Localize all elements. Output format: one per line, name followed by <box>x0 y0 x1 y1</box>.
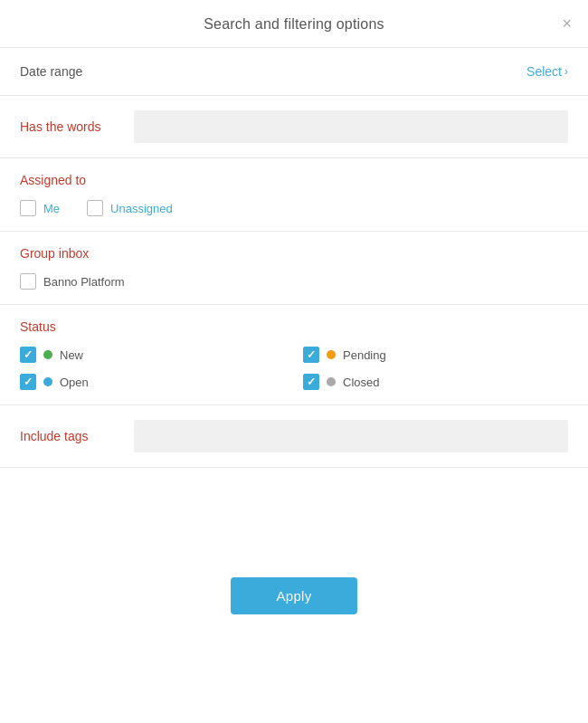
open-checkbox[interactable] <box>20 374 36 390</box>
include-tags-label: Include tags <box>20 429 119 443</box>
modal-title: Search and filtering options <box>204 16 384 33</box>
status-grid: New Pending Open Closed <box>20 347 568 390</box>
pending-label: Pending <box>343 348 386 362</box>
date-range-select[interactable]: Select › <box>526 64 568 79</box>
include-tags-section: Include tags <box>0 405 588 468</box>
apply-button[interactable]: Apply <box>231 577 356 614</box>
unassigned-checkbox[interactable] <box>87 200 103 216</box>
closed-label: Closed <box>343 376 379 389</box>
unassigned-label: Unassigned <box>110 202 173 215</box>
me-label: Me <box>43 202 60 215</box>
pending-checkbox[interactable] <box>303 347 319 363</box>
modal: Search and filtering options × Date rang… <box>0 0 588 723</box>
closed-dot <box>327 377 336 386</box>
new-dot <box>43 350 52 359</box>
closed-checkbox[interactable] <box>303 374 319 390</box>
status-item-pending[interactable]: Pending <box>303 347 568 363</box>
status-section: Status New Pending Open <box>0 305 588 405</box>
status-item-open[interactable]: Open <box>20 374 285 390</box>
close-icon[interactable]: × <box>562 15 572 32</box>
open-label: Open <box>60 376 89 389</box>
status-item-closed[interactable]: Closed <box>303 374 568 390</box>
date-range-row: Date range Select › <box>0 48 588 96</box>
assigned-to-label: Assigned to <box>20 173 568 187</box>
banno-platform-label: Banno Platform <box>43 275 125 289</box>
new-checkbox[interactable] <box>20 347 36 363</box>
assigned-to-me[interactable]: Me <box>20 200 60 216</box>
me-checkbox[interactable] <box>20 200 36 216</box>
new-label: New <box>60 348 83 362</box>
has-words-input[interactable] <box>134 110 568 143</box>
chevron-right-icon: › <box>564 65 568 78</box>
date-range-label: Date range <box>20 64 82 79</box>
assigned-to-options: Me Unassigned <box>20 200 568 216</box>
status-item-new[interactable]: New <box>20 347 285 363</box>
include-tags-input[interactable] <box>134 420 568 452</box>
banno-platform-option[interactable]: Banno Platform <box>20 273 568 290</box>
banno-platform-checkbox[interactable] <box>20 273 36 290</box>
pending-dot <box>327 350 336 359</box>
footer: Apply <box>0 468 588 723</box>
has-words-section: Has the words <box>0 96 588 158</box>
open-dot <box>43 377 52 386</box>
group-inbox-label: Group inbox <box>20 246 568 261</box>
select-label: Select <box>526 64 562 79</box>
status-label: Status <box>20 319 568 334</box>
modal-header: Search and filtering options × <box>0 0 588 48</box>
group-inbox-section: Group inbox Banno Platform <box>0 232 588 305</box>
has-words-label: Has the words <box>20 119 119 134</box>
assigned-to-section: Assigned to Me Unassigned <box>0 158 588 232</box>
assigned-to-unassigned[interactable]: Unassigned <box>87 200 173 216</box>
